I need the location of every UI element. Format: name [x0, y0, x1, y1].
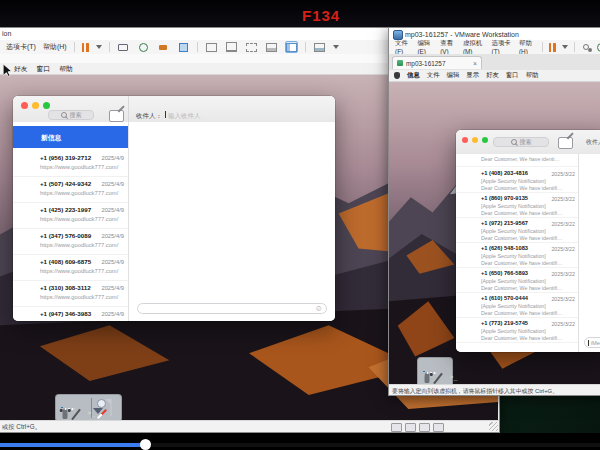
- conversation-list: 新信息 +1 (956) 319-2712 2025/4/9 https://w…: [13, 122, 129, 321]
- menu-help[interactable]: 帮助(H): [519, 39, 536, 55]
- close-button[interactable]: [462, 137, 468, 143]
- exclusive-mode-icon[interactable]: [265, 41, 278, 53]
- menu-file[interactable]: 文件: [427, 71, 440, 80]
- dock-documents-icon[interactable]: [110, 399, 112, 417]
- menu-window[interactable]: 窗口: [37, 64, 51, 74]
- pause-dropdown-icon[interactable]: [96, 45, 102, 49]
- pause-vm-icon[interactable]: [549, 43, 556, 52]
- menu-messages-app[interactable]: 信息: [407, 71, 420, 80]
- vm-tab[interactable]: mp03-161257 ×: [392, 56, 482, 69]
- close-button[interactable]: [21, 102, 28, 109]
- conversation-item[interactable]: +1 (507) 424-9342 2025/4/9 https://www.g…: [13, 176, 128, 203]
- menu-view[interactable]: 查看(V): [440, 39, 457, 55]
- conversation-item[interactable]: +1 (860) 970-9135 2025/3/22 [Apple Secur…: [456, 192, 578, 218]
- snapshot-revert-icon[interactable]: [137, 41, 150, 53]
- messages-app-window: 搜索 收件人： 输入收件人 新信息 +1 (956) 319-2712 2025…: [13, 96, 335, 321]
- conversation-item[interactable]: +1 (773) 219-5745 2025/3/22 [Apple Secur…: [456, 317, 578, 343]
- conversation-item[interactable]: +1 (972) 215-9567 2025/3/22 [Apple Secur…: [456, 217, 578, 243]
- console-view-icon[interactable]: [205, 41, 218, 53]
- conversation-item[interactable]: +1 (626) 548-1083 2025/3/22 [Apple Secur…: [456, 242, 578, 268]
- search-icon: [511, 139, 517, 145]
- separator: [574, 42, 575, 52]
- thumbnail-bar-icon[interactable]: [313, 41, 326, 53]
- conversation-item[interactable]: +1 (408) 609-6875 2025/4/9 https://www.g…: [13, 254, 128, 281]
- menu-tabs[interactable]: 选项卡(T): [6, 42, 36, 52]
- menu-tabs[interactable]: 选项卡(T): [492, 39, 513, 55]
- separator: [197, 42, 198, 52]
- minimize-button[interactable]: [32, 102, 39, 109]
- to-field-placeholder[interactable]: 输入收件人: [168, 112, 201, 121]
- fullscreen-icon[interactable]: [225, 41, 238, 53]
- pause-dropdown-icon[interactable]: [562, 45, 568, 49]
- search-icon: [61, 112, 67, 118]
- tab-close-icon[interactable]: ×: [473, 60, 477, 67]
- menu-edit[interactable]: 编辑(E): [417, 39, 434, 55]
- conversation-item[interactable]: +1 (947) 346-3983 2025/4/9: [13, 306, 128, 321]
- menu-edit[interactable]: 编辑: [447, 71, 460, 80]
- messages-titlebar[interactable]: 搜索 收件人： 输入收件人: [13, 96, 335, 123]
- conversation-new-message[interactable]: 新信息: [13, 126, 128, 148]
- pause-vm-icon[interactable]: [82, 43, 89, 52]
- conversation-item[interactable]: +1 (310) 308-3112 2025/4/9 https://www.g…: [13, 280, 128, 307]
- message-input[interactable]: iMessage: [584, 337, 600, 348]
- apple-menu-icon[interactable]: [394, 72, 400, 79]
- message-input[interactable]: ☺: [137, 303, 327, 314]
- separator: [109, 42, 110, 52]
- vm-tab-bar: mp03-161257 ×: [389, 54, 600, 71]
- conversation-item[interactable]: +1 (408) 203-4816 2025/3/22 [Apple Secur…: [456, 167, 578, 193]
- library-panel-icon[interactable]: [285, 41, 298, 53]
- menu-buddies[interactable]: 好友: [14, 64, 28, 74]
- menu-view[interactable]: 显示: [466, 71, 479, 80]
- conversation-item[interactable]: +1 (610) 570-0444 2025/3/22 [Apple Secur…: [456, 292, 578, 318]
- menu-help[interactable]: 帮助(H): [43, 42, 67, 52]
- separator: [74, 42, 75, 52]
- zoom-button[interactable]: [482, 137, 488, 143]
- resize-grip[interactable]: [489, 422, 498, 431]
- conversation-pane: ☺: [129, 122, 335, 321]
- thumbnail-dropdown-icon[interactable]: [333, 45, 339, 49]
- search-input[interactable]: 搜索: [48, 110, 94, 120]
- cdrom-status-icon[interactable]: [405, 423, 416, 432]
- minimize-button[interactable]: [472, 137, 478, 143]
- vmware-statusbar: 或按 Ctrl+G。: [0, 420, 499, 432]
- ctrl-alt-del-icon[interactable]: [117, 41, 130, 53]
- conversation-item[interactable]: +1 (650) 766-5893 2025/3/22 [Apple Secur…: [456, 267, 578, 293]
- snapshot-manage-icon[interactable]: [177, 41, 190, 53]
- emoji-picker-icon[interactable]: ☺: [315, 305, 323, 313]
- conversation-item-partial[interactable]: Dear Customer, We have identi…: [456, 154, 578, 167]
- conversation-pane: iMessage: [579, 154, 600, 352]
- zoom-button[interactable]: [43, 102, 50, 109]
- menu-window[interactable]: 窗口: [506, 71, 519, 80]
- device-status-icons: [391, 423, 444, 432]
- conversation-item[interactable]: +1 (956) 319-2712 2025/4/9 https://www.g…: [13, 150, 128, 177]
- usb-status-icon[interactable]: [433, 423, 444, 432]
- messages-titlebar[interactable]: 搜索 收件人: [456, 130, 600, 155]
- dock: [417, 357, 453, 387]
- player-progress-knob[interactable]: [140, 439, 151, 450]
- menu-help[interactable]: 帮助: [59, 64, 73, 74]
- watermark-label: F134: [302, 7, 340, 24]
- statusbar-hint: 要将输入定向到该虚拟机，请将鼠标指针移入其中或按 Ctrl+G。: [392, 387, 558, 396]
- menu-buddies[interactable]: 好友: [486, 71, 499, 80]
- separator: [305, 42, 306, 52]
- vm-tab-label: mp03-161257: [406, 60, 445, 67]
- compose-button[interactable]: [109, 110, 124, 122]
- vm-state-icon: [397, 60, 403, 66]
- menu-file[interactable]: 文件(F): [395, 39, 411, 55]
- ctrl-alt-del-icon[interactable]: [581, 41, 591, 53]
- conversation-item[interactable]: +1 (425) 223-1997 2025/4/9 https://www.g…: [13, 202, 128, 229]
- to-field-label: 收件人: [586, 138, 600, 147]
- search-input[interactable]: 搜索: [493, 137, 549, 147]
- window-title: mp03-161257 - VMware Workstation: [405, 31, 519, 38]
- menu-vm[interactable]: 虚拟机(M): [463, 39, 486, 55]
- conversation-item[interactable]: +1 (347) 576-0089 2025/4/9 https://www.g…: [13, 228, 128, 255]
- snapshot-take-icon[interactable]: [157, 41, 170, 53]
- menu-help[interactable]: 帮助: [526, 71, 539, 80]
- hard-disk-status-icon[interactable]: [391, 423, 402, 432]
- network-status-icon[interactable]: [419, 423, 430, 432]
- vm-screen[interactable]: 信息 文件 编辑 显示 好友 窗口 帮助: [389, 70, 600, 387]
- text-caret: [165, 111, 166, 118]
- compose-button[interactable]: [558, 137, 573, 149]
- mouse-cursor: [3, 64, 12, 77]
- unity-mode-icon[interactable]: [245, 41, 258, 53]
